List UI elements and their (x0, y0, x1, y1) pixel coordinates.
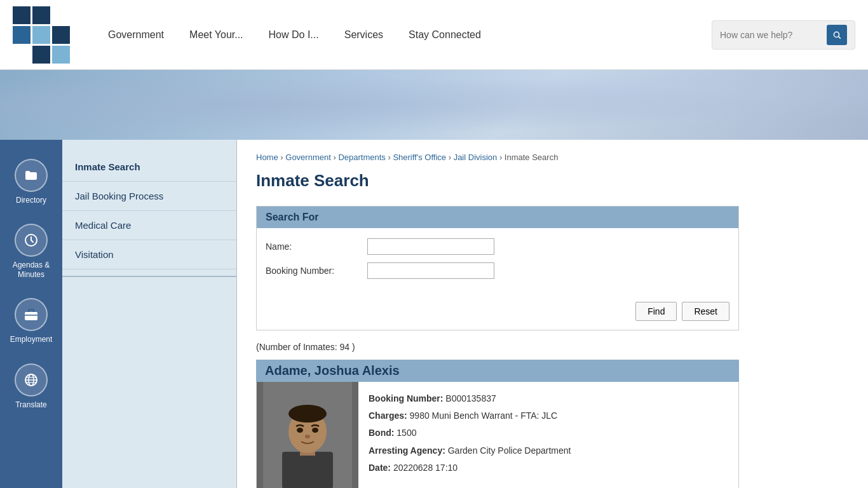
global-search[interactable] (712, 20, 855, 50)
logo-sq-1 (13, 6, 31, 24)
nav-stay-connected[interactable]: Stay Connected (409, 29, 481, 41)
inmate-name: Adame, Joshua Alexis (256, 360, 739, 382)
arresting-agency-value: Garden City Police Department (448, 445, 571, 456)
booking-label: Booking Number: (266, 266, 367, 276)
logo-sq-7 (13, 46, 31, 64)
breadcrumb: Home › Government › Departments › Sherif… (256, 152, 849, 162)
breadcrumb-government[interactable]: Government (285, 152, 331, 162)
breadcrumb-sep-4: › (449, 152, 454, 162)
name-row: Name: (266, 238, 729, 255)
left-nav-medical-care[interactable]: Medical Care (62, 211, 236, 240)
breadcrumb-current: Inmate Search (505, 152, 559, 162)
nav-how-do-i[interactable]: How Do I... (269, 29, 319, 41)
svg-rect-11 (282, 452, 333, 488)
nav-government[interactable]: Government (108, 29, 164, 41)
directory-label: Directory (16, 196, 46, 205)
reset-button[interactable]: Reset (682, 302, 729, 321)
breadcrumb-sheriffs-office[interactable]: Sheriff's Office (393, 152, 446, 162)
agendas-icon-circle (15, 224, 48, 257)
date-value: 20220628 17:10 (393, 463, 458, 473)
breadcrumb-sep-5: › (499, 152, 505, 162)
breadcrumb-jail-division[interactable]: Jail Division (454, 152, 498, 162)
svg-point-0 (834, 32, 839, 37)
sidebar-icons: Directory Agendas &Minutes Employment (0, 140, 62, 488)
search-icon (832, 30, 841, 39)
arresting-agency-row: Arresting Agency: Garden City Police Dep… (369, 443, 571, 459)
booking-number-label: Booking Number: (369, 393, 443, 403)
search-form-container: Search For Name: Booking Number: Find Re… (256, 206, 739, 330)
nav-services[interactable]: Services (344, 29, 383, 41)
global-search-button[interactable] (827, 25, 847, 45)
name-input[interactable] (367, 238, 494, 255)
booking-number-value: B000135837 (445, 393, 496, 403)
main-content: Home › Government › Departments › Sherif… (237, 140, 868, 488)
left-nav: Inmate Search Jail Booking Process Medic… (62, 140, 237, 488)
date-row: Date: 20220628 17:10 (369, 460, 571, 476)
bond-row: Bond: 1500 (369, 425, 571, 441)
logo-sq-2 (32, 6, 50, 24)
logo-sq-8 (32, 46, 50, 64)
clock-icon (24, 233, 39, 248)
sidebar-item-directory[interactable]: Directory (0, 152, 62, 211)
form-buttons: Find Reset (257, 297, 738, 330)
page-body: Directory Agendas &Minutes Employment (0, 140, 868, 488)
bond-label: Bond: (369, 428, 394, 438)
logo-sq-9 (52, 46, 70, 64)
booking-row: Booking Number: (266, 262, 729, 279)
logo-sq-5 (32, 26, 50, 44)
booking-input[interactable] (367, 262, 494, 279)
mugshot-image (263, 382, 352, 488)
translate-icon-circle (15, 363, 48, 396)
translate-label: Translate (15, 400, 47, 409)
svg-point-17 (305, 435, 310, 438)
find-button[interactable]: Find (635, 302, 677, 321)
results-count: (Number of Inmates: 94 ) (256, 342, 849, 352)
hero-banner (0, 70, 868, 140)
left-nav-jail-booking[interactable]: Jail Booking Process (62, 182, 236, 211)
sidebar-item-agendas[interactable]: Agendas &Minutes (0, 217, 62, 285)
folder-icon (24, 168, 39, 183)
global-search-input[interactable] (720, 30, 822, 40)
logo-sq-6 (52, 26, 70, 44)
sidebar-item-employment[interactable]: Employment (0, 292, 62, 350)
logo (13, 6, 70, 64)
employment-icon-circle (15, 298, 48, 331)
left-nav-divider (62, 276, 236, 277)
logo-sq-4 (13, 26, 31, 44)
agendas-label: Agendas &Minutes (13, 261, 50, 279)
inmate-result: Adame, Joshua Alexis (256, 360, 739, 488)
name-label: Name: (266, 241, 367, 252)
left-nav-visitation[interactable]: Visitation (62, 240, 236, 269)
nav-meet-your[interactable]: Meet Your... (189, 29, 243, 41)
main-nav: Government Meet Your... How Do I... Serv… (108, 29, 712, 41)
globe-icon (24, 372, 39, 388)
inmate-detail: Booking Number: B000135837 Charges: 9980… (256, 382, 739, 488)
header: Government Meet Your... How Do I... Serv… (0, 0, 868, 70)
charges-label: Charges: (369, 410, 407, 421)
logo-squares (13, 6, 70, 64)
employment-label: Employment (10, 335, 53, 344)
breadcrumb-departments[interactable]: Departments (338, 152, 385, 162)
arresting-agency-label: Arresting Agency: (369, 445, 445, 456)
search-form-header: Search For (257, 207, 738, 228)
logo-sq-3 (52, 6, 70, 24)
search-form-body: Name: Booking Number: (257, 228, 738, 297)
briefcase-icon (24, 307, 39, 322)
inmate-photo (257, 382, 358, 488)
bond-value: 1500 (397, 428, 416, 438)
svg-line-1 (839, 36, 841, 38)
svg-point-14 (288, 405, 327, 423)
date-label: Date: (369, 463, 391, 473)
sidebar-item-translate[interactable]: Translate (0, 357, 62, 416)
charges-value: 9980 Muni Bench Warrant - FTA: JLC (410, 410, 558, 421)
inmate-info: Booking Number: B000135837 Charges: 9980… (358, 382, 581, 488)
charges-row: Charges: 9980 Muni Bench Warrant - FTA: … (369, 408, 571, 424)
svg-rect-3 (25, 312, 37, 320)
directory-icon-circle (15, 159, 48, 192)
page-title: Inmate Search (256, 171, 849, 191)
booking-number-row: Booking Number: B000135837 (369, 391, 571, 407)
svg-point-16 (312, 428, 318, 433)
svg-point-15 (297, 428, 303, 433)
left-nav-inmate-search[interactable]: Inmate Search (62, 152, 236, 182)
breadcrumb-home[interactable]: Home (256, 152, 278, 162)
